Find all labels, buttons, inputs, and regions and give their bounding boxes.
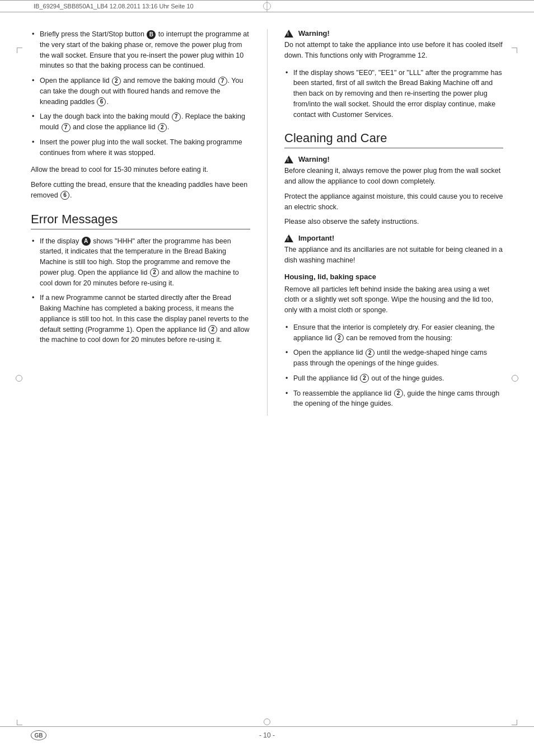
error-bullet-list: If the display A shows "HHH" after the p… bbox=[31, 236, 250, 346]
cleaning-list-item: Ensure that the interior is completely d… bbox=[284, 322, 503, 344]
right-col-inner: Warning! Do not attempt to take the appl… bbox=[279, 29, 503, 409]
housing-block: Housing, lid, baking space Remove all pa… bbox=[284, 273, 503, 316]
warning-icon-2 bbox=[284, 156, 293, 163]
circle-6: 6 bbox=[97, 97, 106, 106]
warning-block-2: Warning! Before cleaning it, always remo… bbox=[284, 155, 503, 227]
warning-label-1: Warning! bbox=[298, 29, 330, 37]
bread-cool-text: Allow the bread to cool for 15-30 minute… bbox=[31, 165, 250, 175]
corner-mark-br bbox=[512, 720, 517, 725]
gb-badge: GB bbox=[31, 730, 46, 740]
left-crosshair bbox=[16, 375, 22, 382]
circle-2b: 2 bbox=[158, 123, 167, 132]
kneading-paddles-text: Before cutting the bread, ensure that th… bbox=[31, 180, 250, 201]
error-display-list: If the display shows "EE0", "EE1" or "LL… bbox=[284, 68, 503, 120]
list-item: Insert the power plug into the wall sock… bbox=[31, 137, 250, 158]
content-area: Briefly press the Start/Stop button B to… bbox=[0, 12, 534, 433]
header-crosshair bbox=[263, 2, 271, 10]
error-list-item: If a new Programme cannot be started dir… bbox=[31, 293, 250, 345]
warning-title-2: Warning! bbox=[284, 155, 503, 163]
corner-mark-tr bbox=[512, 48, 517, 53]
circle-2c: 2 bbox=[150, 268, 159, 277]
error-list-item: If the display A shows "HHH" after the p… bbox=[31, 236, 250, 289]
list-item: Open the appliance lid 2 and remove the … bbox=[31, 76, 250, 107]
warning-text-2a: Before cleaning it, always remove the po… bbox=[284, 166, 503, 187]
warning-text-2b: Protect the appliance against moisture, … bbox=[284, 191, 503, 213]
cleaning-list-item: Open the appliance lid 2 until the wedge… bbox=[284, 348, 503, 369]
error-display-item: If the display shows "EE0", "EE1" or "LL… bbox=[284, 68, 503, 120]
circle-7c: 7 bbox=[62, 123, 71, 132]
circle-2g: 2 bbox=[360, 374, 369, 383]
circle-2h: 2 bbox=[394, 389, 403, 398]
cleaning-list-item: Pull the appliance lid 2 out of the hing… bbox=[284, 373, 503, 384]
warning-block-1: Warning! Do not attempt to take the appl… bbox=[284, 29, 503, 61]
cleaning-list-item: To reassemble the appliance lid 2, guide… bbox=[284, 388, 503, 410]
list-item: Briefly press the Start/Stop button B to… bbox=[31, 29, 250, 71]
circle-7: 7 bbox=[218, 77, 227, 86]
page: IB_69294_SBB850A1_LB4 12.08.2011 13:16 U… bbox=[0, 0, 534, 756]
important-label: Important! bbox=[298, 234, 334, 242]
circle-2e: 2 bbox=[335, 334, 344, 342]
important-title: Important! bbox=[284, 234, 503, 242]
corner-mark-bl bbox=[17, 720, 22, 725]
circle-2: 2 bbox=[112, 77, 121, 86]
right-crosshair bbox=[512, 375, 518, 382]
main-bullet-list: Briefly press the Start/Stop button B to… bbox=[31, 29, 250, 158]
circle-6b: 6 bbox=[60, 191, 69, 200]
page-number: - 10 - bbox=[259, 731, 275, 739]
housing-text: Remove all particles left behind inside … bbox=[284, 284, 503, 316]
cleaning-bullet-list: Ensure that the interior is completely d… bbox=[284, 322, 503, 409]
corner-mark-tl bbox=[17, 48, 22, 53]
warning-title-1: Warning! bbox=[284, 29, 503, 37]
bottom-crosshair bbox=[264, 719, 270, 725]
circle-b: B bbox=[147, 30, 156, 39]
cleaning-heading: Cleaning and Care bbox=[284, 131, 503, 148]
warning-text-1: Do not attempt to take the appliance int… bbox=[284, 40, 503, 61]
important-icon bbox=[284, 234, 293, 242]
right-column: Warning! Do not attempt to take the appl… bbox=[267, 29, 503, 416]
important-block: Important! The appliance and its ancilla… bbox=[284, 234, 503, 266]
warning-text-2c: Please also observe the safety instructi… bbox=[284, 217, 503, 227]
circle-7b: 7 bbox=[172, 112, 181, 121]
warning-icon-1 bbox=[284, 30, 293, 37]
header-bar: IB_69294_SBB850A1_LB4 12.08.2011 13:16 U… bbox=[0, 0, 534, 12]
header-text: IB_69294_SBB850A1_LB4 12.08.2011 13:16 U… bbox=[34, 3, 194, 10]
circle-2d: 2 bbox=[208, 325, 217, 334]
circle-a: A bbox=[82, 237, 91, 246]
list-item: Lay the dough back into the baking mould… bbox=[31, 111, 250, 133]
important-text: The appliance and its ancillaries are no… bbox=[284, 245, 503, 266]
left-column: Briefly press the Start/Stop button B to… bbox=[31, 29, 267, 416]
error-messages-heading: Error Messages bbox=[31, 212, 250, 229]
housing-heading: Housing, lid, baking space bbox=[284, 273, 503, 281]
circle-2f: 2 bbox=[366, 349, 374, 358]
warning-label-2: Warning! bbox=[298, 155, 330, 163]
footer: GB - 10 - bbox=[0, 726, 534, 739]
